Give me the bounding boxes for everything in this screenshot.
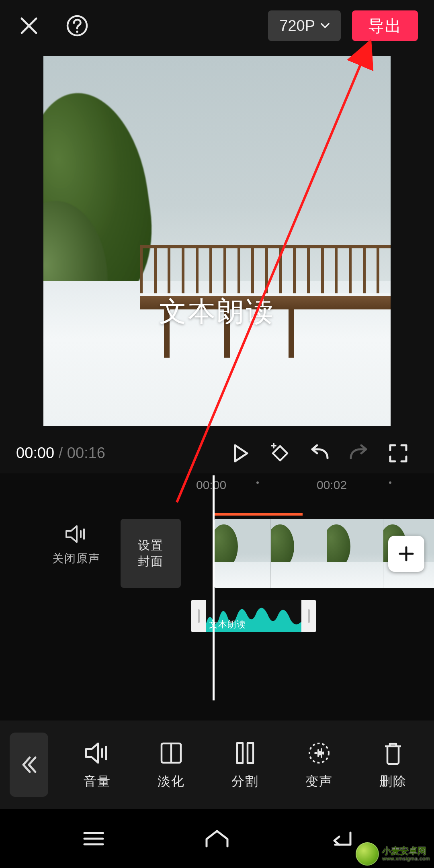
tool-label: 音量: [84, 773, 111, 790]
watermark-title: 小麦安卓网: [382, 846, 430, 856]
redo-button[interactable]: [341, 439, 377, 467]
home-icon: [204, 829, 230, 849]
ruler-tick: [256, 481, 259, 484]
clip-thumbnail: [215, 519, 271, 588]
play-button[interactable]: [223, 439, 259, 467]
mute-label: 关闭原声: [52, 551, 100, 566]
mute-original-audio[interactable]: 关闭原声: [52, 524, 100, 566]
tool-label: 淡化: [158, 773, 185, 790]
trash-icon: [382, 741, 404, 766]
undo-icon: [308, 444, 331, 462]
tool-volume[interactable]: 音量: [69, 739, 125, 790]
export-label: 导出: [368, 15, 402, 37]
voice-change-icon: [306, 740, 332, 766]
play-icon: [233, 444, 249, 463]
keyframe-button[interactable]: [262, 439, 298, 467]
chevrons-left-icon: [19, 753, 39, 776]
svg-point-1: [76, 31, 78, 33]
resolution-label: 720P: [279, 17, 315, 35]
tool-delete[interactable]: 删除: [365, 739, 421, 790]
top-bar: 720P 导出: [0, 0, 434, 51]
undo-button[interactable]: [301, 439, 338, 467]
audio-waveform: 文本朗读: [206, 600, 301, 632]
audio-clip[interactable]: 文本朗读: [191, 600, 316, 632]
ruler-mark: 00:02: [317, 478, 347, 492]
clip-handle-right[interactable]: [301, 600, 316, 632]
help-icon: [66, 14, 88, 37]
transport-bar: 00:00 / 00:16: [0, 434, 434, 472]
set-cover-label: 设置 封面: [138, 537, 164, 569]
watermark: 小麦安卓网 www.xmsigma.com: [356, 842, 430, 866]
close-icon: [18, 15, 39, 36]
video-editor-app: 720P 导出 文本朗读 00:00 / 00:16: [0, 0, 434, 868]
tool-split[interactable]: 分割: [217, 739, 273, 790]
redo-icon: [348, 444, 370, 462]
timeline-segment-marker: [214, 513, 303, 516]
split-icon: [235, 741, 256, 766]
fullscreen-button[interactable]: [380, 439, 416, 467]
video-preview[interactable]: 文本朗读: [43, 56, 391, 426]
tool-label: 分割: [231, 773, 259, 790]
bottom-toolbar: 音量 淡化 分割 变声 删除: [0, 721, 434, 809]
speaker-icon: [65, 524, 88, 545]
watermark-url: www.xmsigma.com: [382, 856, 430, 862]
clip-thumbnail: [271, 519, 327, 588]
watermark-logo: [356, 842, 379, 866]
fullscreen-icon: [389, 444, 408, 463]
timecode: 00:00 / 00:16: [16, 444, 105, 462]
set-cover-button[interactable]: 设置 封面: [121, 519, 181, 588]
add-clip-button[interactable]: [388, 536, 424, 572]
keyframe-add-icon: [269, 442, 291, 465]
plus-icon: [397, 545, 415, 563]
playhead[interactable]: [213, 475, 215, 700]
tool-label: 删除: [379, 773, 407, 790]
clip-handle-left[interactable]: [191, 600, 206, 632]
chevron-down-icon: [321, 23, 330, 29]
close-button[interactable]: [16, 13, 42, 39]
export-button[interactable]: 导出: [352, 10, 418, 41]
resolution-selector[interactable]: 720P: [268, 10, 341, 41]
ruler-mark: 00:00: [196, 478, 226, 492]
clip-thumbnail: [327, 519, 383, 588]
current-time: 00:00: [16, 444, 54, 461]
ruler-tick: [389, 481, 391, 484]
timeline-ruler[interactable]: 00:00 00:02: [0, 473, 434, 495]
timeline[interactable]: 关闭原声 设置 封面 文本朗读: [0, 495, 434, 721]
toolbar-back-button[interactable]: [10, 733, 48, 797]
total-duration: 00:16: [67, 444, 105, 461]
nav-home-button[interactable]: [197, 827, 237, 851]
help-button[interactable]: [64, 13, 90, 39]
nav-back-button[interactable]: [320, 827, 360, 851]
tool-fade[interactable]: 淡化: [143, 739, 199, 790]
menu-icon: [82, 830, 105, 848]
volume-icon: [84, 741, 111, 765]
back-icon: [328, 829, 353, 848]
nav-recent-button[interactable]: [74, 827, 114, 851]
fade-icon: [159, 741, 183, 765]
tool-label: 变声: [305, 773, 333, 790]
preview-text-overlay[interactable]: 文本朗读: [43, 293, 391, 330]
tool-voice-change[interactable]: 变声: [291, 739, 347, 790]
